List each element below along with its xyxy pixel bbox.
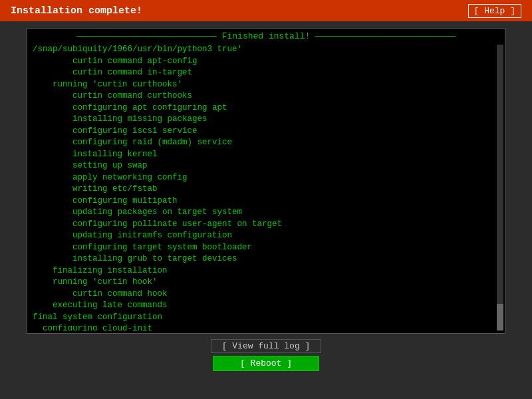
scrollbar[interactable] — [497, 45, 503, 331]
reboot-button[interactable]: [ Reboot ] — [213, 356, 319, 371]
help-button[interactable]: [ Help ] — [468, 4, 521, 18]
log-text: /snap/subiquity/1966/usr/bin/python3 tru… — [33, 44, 499, 331]
header-title: Installation complete! — [11, 5, 142, 17]
header-bar: Installation complete! [ Help ] — [0, 0, 532, 21]
bottom-buttons: [ View full log ] [ Reboot ] — [211, 339, 322, 371]
log-title: ——————————————————————————— Finished ins… — [33, 31, 499, 41]
log-container: ——————————————————————————— Finished ins… — [27, 28, 505, 334]
scrollbar-thumb[interactable] — [497, 304, 503, 331]
main-content: ——————————————————————————— Finished ins… — [0, 21, 532, 399]
view-log-button[interactable]: [ View full log ] — [211, 339, 322, 353]
